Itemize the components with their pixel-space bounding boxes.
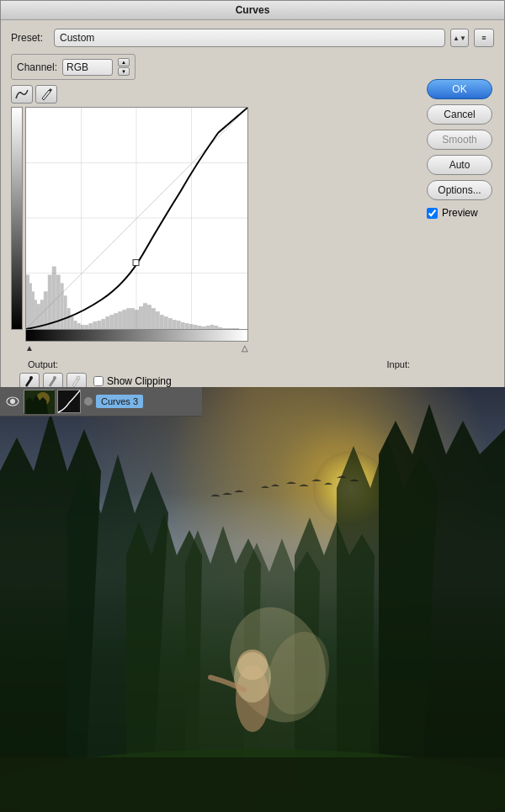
layer-panel: Curves 3	[0, 387, 202, 417]
channel-select[interactable]: RGB	[62, 59, 113, 76]
ok-button[interactable]: OK	[427, 79, 492, 99]
input-gradient-strip	[25, 330, 248, 342]
show-clipping-label: Show Clipping	[107, 375, 172, 387]
preset-select[interactable]: Custom	[54, 29, 445, 47]
layer-link-icon	[84, 397, 93, 406]
svg-rect-58	[226, 328, 231, 329]
svg-point-66	[77, 376, 80, 379]
black-point-marker[interactable]: ▲	[25, 343, 34, 353]
svg-rect-40	[152, 308, 156, 329]
svg-rect-54	[210, 325, 214, 329]
fairy-scene: Curves 3	[0, 387, 505, 812]
svg-rect-50	[193, 325, 197, 329]
svg-rect-15	[52, 267, 56, 329]
svg-rect-29	[105, 316, 109, 329]
svg-rect-17	[61, 283, 64, 329]
preview-row: Preview	[427, 207, 494, 219]
svg-rect-31	[114, 313, 118, 329]
svg-rect-38	[143, 303, 147, 329]
svg-rect-20	[71, 316, 74, 329]
options-button[interactable]: Options...	[427, 180, 492, 200]
title-bar: Curves	[1, 1, 504, 20]
channel-label: Channel:	[17, 61, 57, 73]
curve-tools	[11, 85, 418, 103]
channel-down-arrow[interactable]: ▼	[118, 67, 130, 76]
svg-rect-41	[156, 311, 160, 329]
svg-rect-10	[35, 300, 37, 329]
white-point-marker[interactable]: △	[242, 343, 248, 353]
svg-rect-42	[160, 315, 164, 329]
svg-rect-43	[164, 316, 168, 329]
svg-rect-51	[197, 326, 201, 329]
svg-rect-33	[122, 310, 126, 329]
svg-point-65	[53, 376, 56, 379]
pencil-tool[interactable]	[35, 85, 57, 103]
curve-edit-tool[interactable]	[11, 85, 33, 103]
svg-rect-13	[44, 291, 48, 329]
svg-rect-76	[0, 757, 505, 812]
svg-rect-53	[205, 326, 210, 329]
svg-rect-37	[139, 306, 143, 329]
svg-rect-39	[147, 305, 152, 329]
svg-rect-8	[29, 283, 32, 329]
svg-rect-36	[135, 310, 139, 329]
svg-rect-49	[189, 324, 194, 329]
preview-label: Preview	[442, 207, 478, 219]
svg-rect-24	[84, 325, 88, 329]
layer-curve-thumbnail	[57, 390, 81, 413]
svg-rect-44	[168, 318, 173, 329]
svg-rect-45	[173, 320, 177, 329]
svg-rect-56	[218, 327, 222, 329]
layer-name[interactable]: Curves 3	[96, 395, 143, 408]
cancel-button[interactable]: Cancel	[427, 104, 492, 125]
show-clipping-row: Show Clipping	[93, 375, 172, 387]
auto-button[interactable]: Auto	[427, 155, 492, 175]
right-panel: OK Cancel Smooth Auto Options... Preview	[427, 54, 494, 417]
svg-rect-23	[81, 325, 85, 329]
svg-point-81	[234, 652, 271, 703]
dialog-title: Curves	[236, 4, 270, 16]
svg-rect-35	[130, 308, 135, 329]
svg-rect-57	[222, 328, 226, 329]
svg-point-64	[29, 376, 33, 379]
svg-point-83	[10, 399, 15, 404]
svg-rect-25	[88, 323, 93, 329]
channel-up-arrow[interactable]: ▲	[118, 58, 130, 66]
image-area: Curves 3	[0, 387, 505, 812]
svg-rect-47	[181, 322, 185, 329]
main-content: Channel: RGB ▲ ▼	[11, 54, 494, 417]
left-panel: Channel: RGB ▲ ▼	[11, 54, 418, 417]
svg-rect-22	[77, 323, 81, 329]
curve-canvas[interactable]	[25, 107, 248, 330]
show-clipping-checkbox[interactable]	[93, 376, 104, 386]
preset-list-button[interactable]: ≡	[474, 29, 494, 47]
output-gradient-strip	[11, 107, 23, 330]
svg-rect-32	[118, 311, 122, 329]
svg-rect-63	[133, 260, 139, 266]
svg-rect-59	[231, 328, 235, 329]
layer-image-thumbnail	[24, 390, 54, 413]
svg-rect-21	[74, 321, 77, 329]
input-label: Input:	[386, 359, 410, 369]
svg-rect-7	[26, 274, 29, 329]
curve-svg	[26, 108, 247, 329]
svg-rect-52	[201, 326, 205, 329]
preset-label: Preset:	[11, 32, 49, 44]
output-label: Output:	[28, 359, 58, 369]
svg-rect-48	[185, 323, 189, 329]
layer-visibility-toggle[interactable]	[5, 394, 20, 409]
preset-stepper[interactable]: ▲▼	[450, 29, 469, 47]
curve-canvas-container: ▲ △	[11, 107, 418, 355]
svg-rect-46	[177, 321, 181, 329]
svg-rect-30	[109, 315, 114, 329]
svg-rect-28	[101, 319, 105, 329]
channel-group: Channel: RGB ▲ ▼	[11, 54, 136, 80]
svg-rect-55	[214, 326, 218, 329]
preset-row: Preset: Custom ▲▼ ≡	[11, 29, 494, 47]
preview-checkbox[interactable]	[427, 208, 438, 219]
svg-rect-26	[93, 321, 97, 329]
svg-rect-9	[32, 291, 35, 329]
smooth-button[interactable]: Smooth	[427, 130, 492, 150]
curves-dialog: Curves Preset: Custom ▲▼ ≡ Channel:	[0, 0, 505, 426]
svg-rect-11	[37, 304, 40, 329]
